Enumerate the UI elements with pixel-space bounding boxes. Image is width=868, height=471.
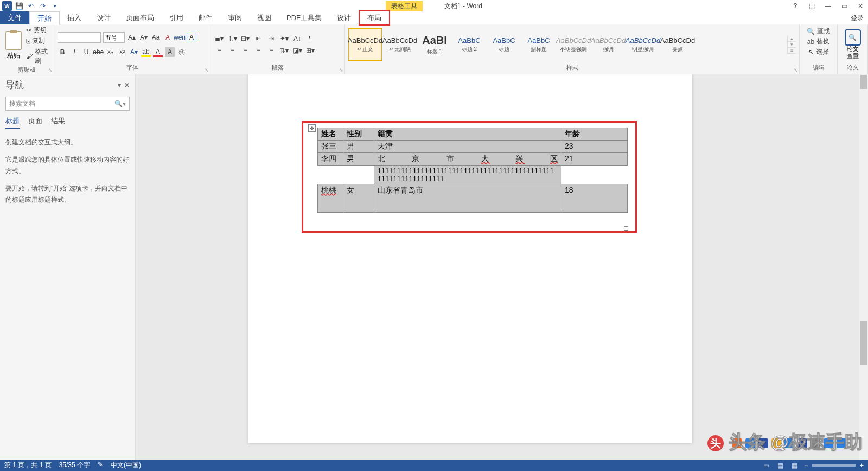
paste-label[interactable]: 粘贴 bbox=[7, 51, 20, 60]
document-table[interactable]: 姓名 性别 籍贯 年龄 张三 男 天津 23 李四 男 北 京 bbox=[317, 128, 628, 213]
tab-references[interactable]: 引用 bbox=[162, 11, 191, 24]
th-name[interactable]: 姓名 bbox=[318, 128, 343, 141]
style-item[interactable]: AaBbCcDd明显强调 bbox=[626, 28, 660, 61]
style-item[interactable]: AaBl标题 1 bbox=[418, 28, 451, 61]
style-item[interactable]: AaBbC副标题 bbox=[522, 28, 556, 61]
web-layout-icon[interactable]: ▦ bbox=[790, 461, 800, 470]
dialog-launcher-icon[interactable]: ⤡ bbox=[205, 67, 209, 73]
cut-button[interactable]: ✂剪切 bbox=[26, 26, 48, 35]
change-case-icon[interactable]: Aa bbox=[151, 33, 161, 42]
justify-icon[interactable]: ≡ bbox=[253, 46, 264, 55]
zoom-slider[interactable] bbox=[812, 464, 856, 467]
tab-home[interactable]: 开始 bbox=[29, 11, 60, 25]
shrink-font-icon[interactable]: A▾ bbox=[139, 33, 149, 42]
help-icon[interactable]: ? bbox=[790, 2, 801, 10]
shading-icon[interactable]: ◪▾ bbox=[292, 46, 303, 55]
tab-table-design[interactable]: 设计 bbox=[329, 11, 359, 24]
tab-file[interactable]: 文件 bbox=[0, 11, 29, 24]
style-item[interactable]: AaBbCcDd要点 bbox=[661, 28, 694, 61]
increase-indent-icon[interactable]: ⇥ bbox=[266, 34, 277, 43]
show-marks-icon[interactable]: ¶ bbox=[305, 34, 316, 43]
find-button[interactable]: 🔍查找 bbox=[807, 27, 830, 36]
underline-icon[interactable]: U bbox=[81, 47, 91, 57]
italic-icon[interactable]: I bbox=[69, 47, 79, 57]
tab-insert[interactable]: 插入 bbox=[60, 11, 89, 24]
clear-format-icon[interactable]: A bbox=[163, 33, 173, 42]
style-item[interactable]: AaBbC标题 2 bbox=[452, 28, 486, 61]
tab-mailings[interactable]: 邮件 bbox=[191, 11, 220, 24]
superscript-icon[interactable]: X² bbox=[117, 47, 127, 57]
dialog-launcher-icon[interactable]: ⤡ bbox=[794, 67, 798, 73]
tab-view[interactable]: 视图 bbox=[250, 11, 279, 24]
decrease-indent-icon[interactable]: ⇤ bbox=[253, 34, 264, 43]
nav-close-icon[interactable]: ✕ bbox=[124, 81, 130, 89]
bold-icon[interactable]: B bbox=[58, 47, 67, 57]
ribbon-options-icon[interactable]: ⬚ bbox=[806, 2, 817, 10]
undo-icon[interactable]: ↶ bbox=[26, 1, 36, 11]
nav-tab-results[interactable]: 结果 bbox=[51, 116, 65, 129]
nav-dropdown-icon[interactable]: ▾ bbox=[118, 81, 121, 89]
enclose-char-icon[interactable]: ㊕ bbox=[177, 47, 187, 57]
highlight-icon[interactable]: ab bbox=[141, 47, 151, 57]
select-button[interactable]: ↖选择 bbox=[808, 47, 829, 56]
status-page[interactable]: 第 1 页，共 1 页 bbox=[4, 461, 52, 470]
paste-icon[interactable] bbox=[5, 31, 22, 50]
phonetic-icon[interactable]: wén bbox=[175, 33, 184, 42]
grow-font-icon[interactable]: A▴ bbox=[127, 33, 137, 42]
style-item[interactable]: AaBbCcDd不明显强调 bbox=[557, 28, 590, 61]
minimize-icon[interactable]: — bbox=[822, 2, 833, 10]
scroll-thumb[interactable] bbox=[860, 75, 867, 89]
replace-button[interactable]: ab替换 bbox=[807, 37, 829, 46]
plagiarism-check-icon[interactable]: 🔍 bbox=[845, 29, 861, 46]
spellcheck-icon[interactable]: ✎ bbox=[98, 461, 103, 470]
align-center-icon[interactable]: ≡ bbox=[227, 46, 238, 55]
th-origin[interactable]: 籍贯 bbox=[374, 128, 561, 141]
text-effects-icon[interactable]: A▾ bbox=[129, 47, 139, 57]
borders-icon[interactable]: ⊞▾ bbox=[305, 46, 316, 55]
format-painter-button[interactable]: 🖌格式刷 bbox=[26, 47, 48, 66]
char-border-icon[interactable]: A bbox=[187, 33, 196, 42]
style-item[interactable]: AaBbC标题 bbox=[487, 28, 521, 61]
line-spacing-icon[interactable]: ⇅▾ bbox=[279, 46, 290, 55]
tab-table-layout[interactable]: 布局 bbox=[359, 10, 390, 26]
tab-review[interactable]: 审阅 bbox=[220, 11, 250, 24]
restore-icon[interactable]: ▭ bbox=[839, 2, 850, 10]
table-move-handle[interactable]: ✥ bbox=[308, 124, 316, 132]
nav-search-input[interactable]: 搜索文档 🔍▾ bbox=[5, 97, 130, 111]
zoom-out-icon[interactable]: − bbox=[804, 462, 808, 469]
login-link[interactable]: 登录 bbox=[851, 14, 864, 23]
style-item[interactable]: AaBbCcDd↵ 正文 bbox=[348, 28, 382, 61]
scroll-thumb[interactable] bbox=[860, 321, 867, 365]
tab-design[interactable]: 设计 bbox=[89, 11, 118, 24]
dialog-launcher-icon[interactable]: ⤡ bbox=[48, 67, 53, 73]
align-left-icon[interactable]: ≡ bbox=[214, 46, 225, 55]
status-language[interactable]: 中文(中国) bbox=[111, 461, 141, 470]
nav-tab-pages[interactable]: 页面 bbox=[28, 116, 42, 129]
nav-tab-headings[interactable]: 标题 bbox=[5, 116, 20, 129]
char-shading-icon[interactable]: A bbox=[165, 47, 175, 57]
status-words[interactable]: 35/35 个字 bbox=[59, 461, 90, 470]
font-name-input[interactable] bbox=[58, 32, 101, 43]
sort-icon[interactable]: A↓ bbox=[292, 34, 303, 43]
styles-scroll[interactable]: ▴▾≡ bbox=[787, 36, 796, 54]
style-item[interactable]: AaBbCcDd强调 bbox=[591, 28, 625, 61]
styles-gallery[interactable]: AaBbCcDd↵ 正文AaBbCcDd↵ 无间隔AaBl标题 1AaBbC标题… bbox=[348, 28, 787, 61]
distribute-icon[interactable]: ≡ bbox=[266, 46, 277, 55]
style-item[interactable]: AaBbCcDd↵ 无间隔 bbox=[383, 28, 417, 61]
save-icon[interactable]: 💾 bbox=[14, 1, 24, 11]
zoom-in-icon[interactable]: + bbox=[860, 462, 864, 469]
strike-icon[interactable]: abc bbox=[93, 47, 103, 57]
document-area[interactable]: ✥ 姓名 性别 籍贯 年龄 张三 男 天津 23 李四 男 bbox=[136, 74, 868, 460]
dialog-launcher-icon[interactable]: ⤡ bbox=[339, 67, 343, 73]
vertical-scrollbar[interactable] bbox=[859, 74, 868, 460]
close-icon[interactable]: ✕ bbox=[855, 2, 866, 10]
font-color-icon[interactable]: A bbox=[153, 47, 163, 57]
font-size-input[interactable] bbox=[103, 32, 125, 43]
subscript-icon[interactable]: X₂ bbox=[105, 47, 115, 57]
tab-page-layout[interactable]: 页面布局 bbox=[118, 11, 162, 24]
numbering-icon[interactable]: ⒈▾ bbox=[227, 34, 238, 43]
copy-button[interactable]: ⎘复制 bbox=[26, 36, 48, 46]
align-right-icon[interactable]: ≡ bbox=[240, 46, 251, 55]
qat-more-icon[interactable]: ▾ bbox=[50, 1, 60, 11]
bullets-icon[interactable]: ≣▾ bbox=[214, 34, 225, 43]
